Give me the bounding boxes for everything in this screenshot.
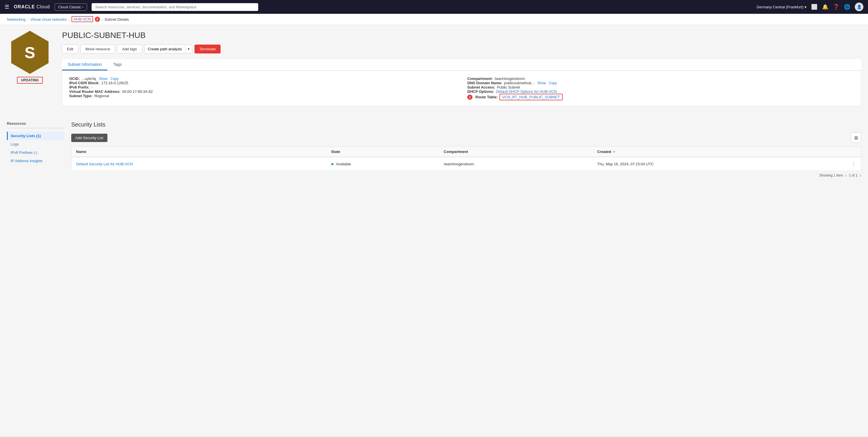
row-actions-icon[interactable]: ⋮ (851, 161, 856, 167)
sidebar-item-logs[interactable]: Logs (7, 140, 64, 148)
ipv4-label: IPv4 CIDR Block: (69, 81, 99, 85)
ipv6-label: IPv6 Prefix: (69, 85, 90, 89)
content-with-sidebar: Resources Security Lists (1) Logs IPv6 P… (7, 121, 861, 180)
main-content: S UPDATING PUBLIC-SUBNET-HUB Edit Move r… (0, 25, 868, 436)
create-path-analysis-split-button[interactable]: Create path analysis ▾ (144, 45, 192, 54)
prev-page[interactable]: ‹ (845, 173, 847, 178)
section-title: Security Lists (71, 121, 861, 128)
info-left-col: OCID: ...uybr3q Show Copy IPv4 CIDR Bloc… (69, 77, 456, 100)
sidebar: Resources Security Lists (1) Logs IPv6 P… (7, 121, 64, 180)
compartment-value: IwanHoogendoorn (495, 77, 525, 81)
tab-tags[interactable]: Tags (107, 59, 127, 70)
state-value: Available (336, 162, 351, 166)
help-icon[interactable]: ❓ (833, 4, 839, 10)
sidebar-item-security-lists[interactable]: Security Lists (1) (7, 132, 64, 140)
table-toolbar: Add Security List ⊞ (71, 133, 861, 143)
monitor-icon[interactable]: ⬜ (811, 4, 817, 10)
col-header-name: Name (71, 147, 327, 157)
move-resource-button[interactable]: Move resource (81, 45, 115, 54)
showing-count: Showing 1 item (819, 173, 843, 177)
route-label: Route Table: (475, 95, 498, 99)
grid-view-button[interactable]: ⊞ (851, 133, 861, 143)
info-panel: OCID: ...uybr3q Show Copy IPv4 CIDR Bloc… (62, 71, 861, 106)
globe-icon[interactable]: 🌐 (844, 4, 850, 10)
dns-copy-link[interactable]: Copy (549, 81, 557, 85)
nav-right: Germany Central (Frankfurt) ▾ ⬜ 🔔 ❓ 🌐 👤 (756, 3, 863, 11)
mac-value: 00:00:17:69:3A:82 (122, 89, 153, 94)
top-navigation: ☰ ORACLE Cloud Cloud Classic › Germany C… (0, 0, 868, 14)
breadcrumb-vcn[interactable]: Virtual cloud networks (30, 17, 67, 22)
info-compartment-row: Compartment: IwanHoogendoorn (467, 77, 854, 81)
ocid-copy-link[interactable]: Copy (110, 77, 118, 81)
dhcp-link[interactable]: Default DHCP Options for HUB-VCN (496, 89, 557, 94)
dns-show-link[interactable]: Show (537, 81, 546, 85)
ocid-value: ...uybr3q (82, 77, 96, 81)
col-header-created[interactable]: Created ▾ (593, 147, 846, 157)
info-ocid-row: OCID: ...uybr3q Show Copy (69, 77, 456, 81)
breadcrumb-hub-vcn[interactable]: HUB-VCN (71, 16, 93, 22)
subnet-type-label: Subnet Type: (69, 94, 92, 98)
subnet-icon: S (11, 31, 49, 74)
next-page[interactable]: › (860, 173, 861, 178)
avatar[interactable]: 👤 (855, 3, 863, 11)
ipv6-value: - (91, 85, 92, 89)
state-dot (331, 163, 334, 165)
edit-button[interactable]: Edit (62, 45, 78, 54)
dns-label: DNS Domain Name: (467, 81, 502, 85)
info-right-col: Compartment: IwanHoogendoorn DNS Domain … (467, 77, 854, 100)
table-row: Default Security List for HUB-VCN Availa… (71, 157, 861, 171)
cell-compartment: IwanHoogendoorn (439, 157, 593, 171)
page-title: PUBLIC-SUBNET-HUB (62, 31, 861, 40)
table-header-row: Name State Compartment Created ▾ (71, 147, 861, 157)
dns-value: publicsubnethub... (504, 81, 534, 85)
access-value: Public Subnet (497, 85, 520, 89)
region-selector[interactable]: Germany Central (Frankfurt) ▾ (756, 5, 807, 9)
hamburger-menu[interactable]: ☰ (5, 4, 9, 10)
oracle-logo: ORACLE Cloud (14, 4, 50, 9)
security-lists-table: Name State Compartment Created ▾ (71, 146, 861, 171)
ocid-label: OCID: (69, 77, 80, 81)
bell-icon[interactable]: 🔔 (822, 4, 828, 10)
info-ipv6-row: IPv6 Prefix: - (69, 85, 456, 89)
sidebar-title: Resources (7, 121, 64, 128)
ipv4-value: 172.16.0.128/25 (101, 81, 128, 85)
info-subnet-type-row: Subnet Type: Regional (69, 94, 456, 98)
mac-label: Virtual Router MAC Address: (69, 89, 120, 94)
info-ipv4-row: IPv4 CIDR Block: 172.16.0.128/25 (69, 81, 456, 85)
page-info: PUBLIC-SUBNET-HUB Edit Move resource Add… (62, 31, 861, 114)
add-security-list-button[interactable]: Add Security List (71, 134, 107, 142)
terminate-button[interactable]: Terminate (194, 45, 221, 54)
add-tags-button[interactable]: Add tags (117, 45, 142, 54)
breadcrumb-subnet-details: Subnet Details (104, 17, 129, 22)
tab-subnet-information[interactable]: Subnet Information (62, 59, 107, 70)
tab-bar: Subnet Information Tags (62, 59, 861, 71)
sort-icon: ▾ (613, 150, 615, 153)
security-list-name-link[interactable]: Default Security List for HUB-VCN (76, 162, 133, 166)
cell-state: Available (327, 157, 439, 171)
route-table-highlighted: VCN_RT_HUB_PUBLIC_SUBNET (499, 94, 563, 100)
route-table-link[interactable]: VCN_RT_HUB_PUBLIC_SUBNET (502, 95, 560, 99)
sidebar-item-ip-insights[interactable]: IP Address Insights (7, 157, 64, 165)
cloud-classic-button[interactable]: Cloud Classic › (55, 3, 87, 11)
cell-row-actions[interactable]: ⋮ (846, 157, 861, 171)
create-path-analysis-dropdown[interactable]: ▾ (186, 45, 192, 53)
dhcp-label: DHCP Options: (467, 89, 494, 94)
col-header-state: State (327, 147, 439, 157)
page-info: 1 of 1 (849, 173, 857, 177)
main-panel: Security Lists Add Security List ⊞ Name … (71, 121, 861, 180)
breadcrumb: Networking › Virtual cloud networks › HU… (0, 14, 868, 25)
info-route-row: 1 Route Table: VCN_RT_HUB_PUBLIC_SUBNET (467, 94, 854, 100)
info-mac-row: Virtual Router MAC Address: 00:00:17:69:… (69, 89, 456, 94)
info-access-row: Subnet Access: Public Subnet (467, 85, 854, 89)
sidebar-item-ipv6-prefixes[interactable]: IPv6 Prefixes (-) (7, 148, 64, 157)
ocid-show-link[interactable]: Show (99, 77, 107, 81)
page-header: S UPDATING PUBLIC-SUBNET-HUB Edit Move r… (7, 31, 861, 114)
create-path-analysis-button[interactable]: Create path analysis (145, 45, 186, 53)
breadcrumb-hub-vcn-container: HUB-VCN 2 (71, 17, 100, 22)
showing-info: Showing 1 item ‹ 1 of 1 › (71, 171, 861, 180)
table-wrapper: Add Security List ⊞ Name State (71, 133, 861, 180)
hex-icon-container: S UPDATING (7, 31, 53, 114)
action-buttons: Edit Move resource Add tags Create path … (62, 45, 861, 54)
breadcrumb-networking[interactable]: Networking (7, 17, 26, 22)
search-input[interactable] (92, 3, 258, 11)
